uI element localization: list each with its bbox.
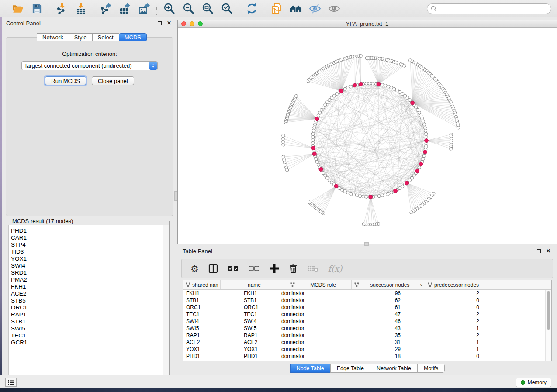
mcds-result-node[interactable]: ORC1: [9, 304, 169, 311]
control-panel-tab[interactable]: MCDS: [119, 33, 147, 41]
clone-network-icon[interactable]: [270, 3, 283, 15]
float-icon: [537, 249, 541, 253]
close-table-panel-button[interactable]: ✕: [545, 248, 552, 254]
deselect-all-icon[interactable]: [249, 265, 260, 272]
sort-descending-icon: ∨: [420, 282, 423, 287]
table-splitter-grip[interactable]: [364, 242, 369, 246]
control-panel-tab[interactable]: Style: [69, 33, 93, 41]
attribute-type-icon: [290, 282, 295, 287]
mcds-result-node[interactable]: TEC1: [9, 332, 169, 339]
control-panel-tab[interactable]: Select: [92, 33, 119, 41]
delete-column-icon[interactable]: [289, 264, 298, 274]
window-maximize-icon[interactable]: [198, 21, 203, 26]
settings-icon[interactable]: ⚙: [190, 264, 199, 273]
mcds-result-title: MCDS result (17 nodes): [11, 218, 74, 224]
mcds-result-node[interactable]: STB5: [9, 297, 169, 304]
float-icon: [158, 21, 162, 25]
open-folder-icon[interactable]: [11, 3, 24, 15]
export-network-icon[interactable]: [100, 3, 112, 15]
table-toolbar: ⚙ f(x): [181, 259, 553, 278]
table-panel-titlebar: Table Panel ✕: [177, 246, 557, 256]
table-row[interactable]: FKH1 FKH1 dominator 96 2: [183, 290, 551, 297]
mcds-tab-body: Optimization criterion: largest connecte…: [6, 37, 173, 216]
hide-panel-icon[interactable]: [309, 3, 321, 15]
run-mcds-button[interactable]: Run MCDS: [45, 76, 86, 85]
zoom-in-icon[interactable]: [163, 3, 175, 15]
control-panel-titlebar: Control Panel ✕: [2, 17, 177, 29]
table-row[interactable]: TEC1 TEC1 connector 47 2: [183, 311, 551, 318]
table-row[interactable]: SWI4 SWI4 dominator 46 2: [183, 318, 551, 325]
main-toolbar: [0, 0, 557, 17]
zoom-out-icon[interactable]: [182, 3, 194, 15]
table-row[interactable]: ORC1 ORC1 dominator 61 0: [183, 304, 551, 311]
add-column-icon[interactable]: [270, 264, 279, 273]
window-close-icon[interactable]: [181, 21, 186, 26]
mcds-result-node[interactable]: RAP1: [9, 311, 169, 318]
table-panel-tab[interactable]: Motifs: [417, 364, 445, 373]
table-column-header[interactable]: MCDS role ∨: [287, 280, 352, 289]
mcds-result-node[interactable]: PMA2: [9, 276, 169, 283]
refresh-icon[interactable]: [246, 3, 258, 15]
export-table-icon[interactable]: [119, 3, 131, 15]
table-column-header[interactable]: predecessor nodes ∨: [425, 280, 481, 289]
table-column-header[interactable]: successor nodes ∨: [352, 280, 425, 289]
mcds-result-node[interactable]: SWI4: [9, 262, 169, 269]
column-layout-icon[interactable]: [208, 264, 218, 273]
task-history-button[interactable]: [5, 378, 17, 387]
mcds-list-scrollbar[interactable]: [163, 225, 169, 382]
import-table-icon[interactable]: [75, 3, 87, 15]
save-icon[interactable]: [31, 3, 43, 15]
table-panel-tab[interactable]: Network Table: [370, 364, 418, 373]
table-row[interactable]: RAP1 RAP1 dominator 35 2: [183, 332, 551, 339]
search-icon: [431, 6, 437, 12]
show-panel-icon[interactable]: [328, 3, 340, 15]
attribute-type-icon: [428, 282, 432, 287]
table-panel-tab[interactable]: Node Table: [290, 364, 331, 373]
attribute-type-icon: [186, 282, 190, 287]
mcds-result-node[interactable]: SWI5: [9, 325, 169, 332]
search-input[interactable]: [437, 6, 547, 12]
float-panel-button[interactable]: [156, 20, 163, 27]
import-network-icon[interactable]: [55, 3, 68, 15]
status-bar: Memory: [0, 375, 557, 388]
select-all-icon[interactable]: [228, 265, 239, 272]
table-row[interactable]: ACE2 ACE2 connector 31 1: [183, 339, 551, 346]
memory-button[interactable]: Memory: [516, 378, 551, 387]
delete-table-icon: [307, 265, 318, 272]
mcds-result-node[interactable]: SRD1: [9, 269, 169, 276]
mcds-result-node[interactable]: TID3: [9, 248, 169, 255]
window-minimize-icon[interactable]: [190, 21, 194, 26]
export-image-icon[interactable]: [138, 3, 150, 15]
zoom-selected-icon[interactable]: [221, 3, 233, 15]
table-scrollbar[interactable]: [545, 290, 551, 361]
network-canvas[interactable]: [178, 28, 557, 244]
home-view-icon[interactable]: [290, 3, 302, 15]
zoom-fit-icon[interactable]: [201, 3, 214, 15]
search-box[interactable]: [427, 3, 551, 14]
mcds-result-node[interactable]: GCR1: [9, 339, 169, 346]
close-panel-button-mcds[interactable]: Close panel: [92, 76, 134, 85]
control-panel-tab[interactable]: Network: [37, 33, 69, 41]
memory-status-icon: [521, 380, 525, 385]
table-row[interactable]: PHD1 PHD1 dominator 18 0: [183, 353, 551, 360]
float-table-panel-button[interactable]: [535, 248, 542, 254]
close-panel-button[interactable]: ✕: [166, 20, 173, 27]
mcds-result-node[interactable]: STB1: [9, 318, 169, 325]
list-icon: [7, 380, 14, 385]
mcds-result-node[interactable]: STP4: [9, 241, 169, 248]
mcds-result-node[interactable]: ACE2: [9, 290, 169, 297]
mcds-result-node[interactable]: YOX1: [9, 255, 169, 262]
table-column-header[interactable]: name ∨: [221, 280, 287, 289]
optimization-criterion-select[interactable]: largest connected component (undirected)…: [21, 61, 158, 70]
table-row[interactable]: YOX1 YOX1 connector 29 1: [183, 346, 551, 353]
table-panel-tab[interactable]: Edge Table: [330, 364, 370, 373]
table-column-header[interactable]: shared name ∨: [183, 280, 221, 289]
table-row[interactable]: SWI5 SWI5 connector 43 1: [183, 325, 551, 332]
table-header-row: shared name ∨ name ∨ MCDS role ∨: [183, 280, 551, 290]
mcds-result-group: MCDS result (17 nodes) PHD1CAR1STP4TID3Y…: [7, 221, 170, 383]
mcds-result-node[interactable]: PHD1: [9, 227, 169, 234]
table-row[interactable]: STB1 STB1 dominator 62 0: [183, 297, 551, 304]
table-scrollbar-thumb[interactable]: [547, 291, 550, 330]
mcds-result-node[interactable]: FKH1: [9, 283, 169, 290]
mcds-result-node[interactable]: CAR1: [9, 234, 169, 241]
